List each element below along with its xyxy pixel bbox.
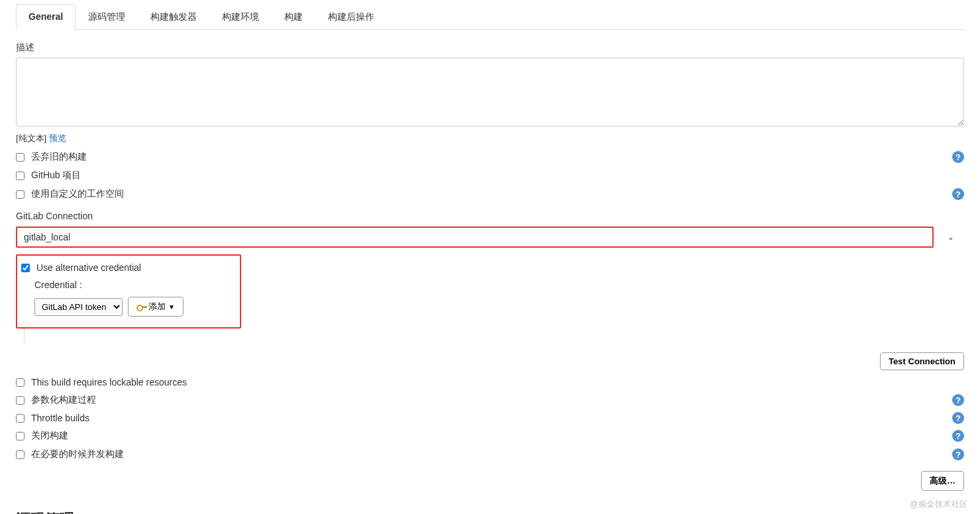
scm-section-heading: 源码管理	[16, 509, 964, 514]
credential-select[interactable]: GitLab API token	[34, 298, 123, 316]
gitlab-connection-label: GitLab Connection	[16, 211, 964, 221]
help-icon[interactable]: ?	[952, 448, 964, 460]
throttle-builds-checkbox[interactable]	[16, 414, 25, 423]
plaintext-label: [纯文本]	[16, 133, 49, 143]
description-label: 描述	[16, 42, 964, 54]
lockable-resources-label: This build requires lockable resources	[31, 377, 187, 387]
description-hint: [纯文本] 预览	[16, 132, 964, 144]
chevron-down-icon[interactable]: ⌄	[938, 232, 964, 242]
general-panel: 描述 [纯文本] 预览 丢弃旧的构建 ? GitHub 项目 使用自定义的工作空…	[16, 30, 964, 514]
description-textarea[interactable]	[16, 58, 964, 127]
use-alternative-credential-checkbox[interactable]	[21, 264, 30, 272]
credential-label: Credential :	[34, 280, 233, 290]
config-tabs: General 源码管理 构建触发器 构建环境 构建 构建后操作	[16, 4, 964, 30]
use-alternative-credential-label: Use alternative credential	[36, 262, 141, 273]
key-icon	[136, 304, 146, 309]
caret-down-icon: ▼	[168, 303, 175, 311]
tab-build-triggers[interactable]: 构建触发器	[138, 4, 209, 30]
github-project-label: GitHub 项目	[31, 170, 81, 181]
close-build-checkbox[interactable]	[16, 432, 25, 440]
test-connection-button[interactable]: Test Connection	[880, 352, 964, 370]
close-build-label: 关闭构建	[31, 430, 68, 442]
advanced-button[interactable]: 高级…	[921, 471, 964, 491]
tab-build[interactable]: 构建	[272, 4, 315, 30]
lockable-resources-checkbox[interactable]	[16, 378, 25, 387]
custom-workspace-label: 使用自定义的工作空间	[31, 188, 124, 200]
parameterized-build-label: 参数化构建过程	[31, 394, 96, 406]
help-icon[interactable]: ?	[952, 412, 964, 424]
help-icon[interactable]: ?	[952, 151, 964, 163]
help-icon[interactable]: ?	[952, 188, 964, 200]
add-credential-button[interactable]: 添加 ▼	[128, 297, 184, 317]
tab-post-build[interactable]: 构建后操作	[315, 4, 387, 30]
help-icon[interactable]: ?	[952, 430, 964, 442]
parameterized-build-checkbox[interactable]	[16, 396, 25, 405]
gitlab-connection-select[interactable]: gitlab_local	[16, 227, 934, 248]
preview-link[interactable]: 预览	[49, 133, 66, 143]
github-project-checkbox[interactable]	[16, 172, 25, 180]
tab-build-env[interactable]: 构建环境	[209, 4, 272, 30]
concurrent-build-label: 在必要的时候并发构建	[31, 448, 124, 460]
discard-old-builds-checkbox[interactable]	[16, 153, 25, 162]
tab-general[interactable]: General	[16, 4, 76, 30]
help-icon[interactable]: ?	[952, 394, 964, 406]
watermark: @掘金技术社区	[910, 499, 968, 510]
add-credential-label: 添加	[148, 301, 166, 313]
alternative-credential-block: Use alternative credential Credential : …	[16, 254, 241, 329]
tab-scm[interactable]: 源码管理	[76, 4, 138, 30]
throttle-builds-label: Throttle builds	[31, 413, 89, 423]
concurrent-build-checkbox[interactable]	[16, 450, 25, 459]
custom-workspace-checkbox[interactable]	[16, 190, 25, 199]
discard-old-builds-label: 丢弃旧的构建	[31, 151, 87, 163]
